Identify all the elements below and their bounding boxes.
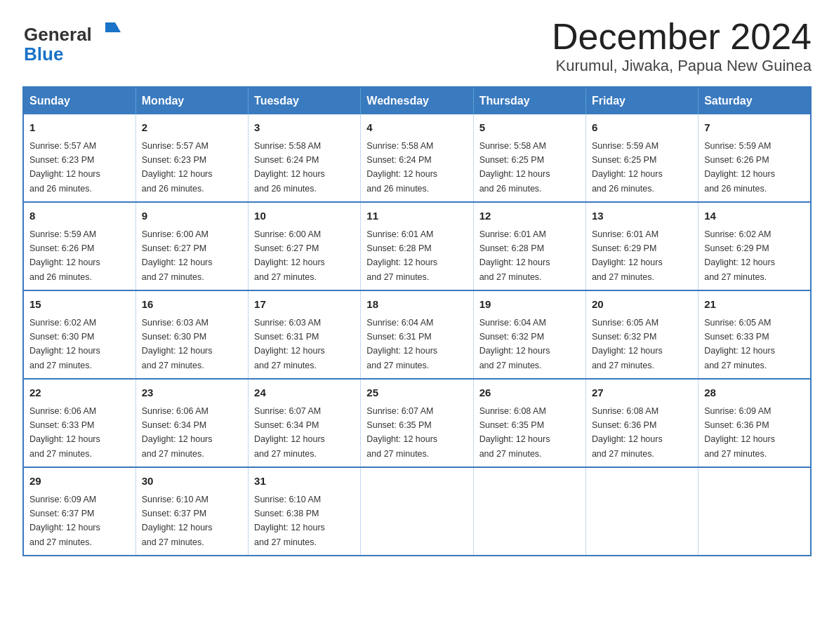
day-number: 24 <box>254 385 355 401</box>
col-friday: Friday <box>585 87 698 114</box>
col-saturday: Saturday <box>699 87 811 114</box>
logo-svg: General Blue <box>22 17 121 67</box>
day-info: Sunrise: 5:59 AMSunset: 6:26 PMDaylight:… <box>704 141 775 194</box>
calendar-week-row: 1Sunrise: 5:57 AMSunset: 6:23 PMDaylight… <box>23 114 811 202</box>
day-info: Sunrise: 6:10 AMSunset: 6:37 PMDaylight:… <box>142 495 213 547</box>
day-info: Sunrise: 6:09 AMSunset: 6:37 PMDaylight:… <box>29 495 100 547</box>
table-row: 15Sunrise: 6:02 AMSunset: 6:30 PMDayligh… <box>23 290 135 379</box>
day-info: Sunrise: 6:02 AMSunset: 6:30 PMDaylight:… <box>29 318 100 370</box>
calendar-table: Sunday Monday Tuesday Wednesday Thursday… <box>22 86 812 556</box>
day-number: 17 <box>254 297 355 313</box>
col-thursday: Thursday <box>473 87 585 114</box>
table-row: 29Sunrise: 6:09 AMSunset: 6:37 PMDayligh… <box>23 467 135 556</box>
day-number: 11 <box>366 208 467 224</box>
table-row: 2Sunrise: 5:57 AMSunset: 6:23 PMDaylight… <box>135 114 248 202</box>
day-info: Sunrise: 6:06 AMSunset: 6:33 PMDaylight:… <box>29 406 100 459</box>
day-info: Sunrise: 6:05 AMSunset: 6:32 PMDaylight:… <box>592 318 663 370</box>
day-number: 13 <box>592 208 692 224</box>
table-row: 4Sunrise: 5:58 AMSunset: 6:24 PMDaylight… <box>361 114 473 202</box>
svg-text:Blue: Blue <box>24 43 63 65</box>
table-row: 20Sunrise: 6:05 AMSunset: 6:32 PMDayligh… <box>585 290 698 379</box>
day-info: Sunrise: 6:09 AMSunset: 6:36 PMDaylight:… <box>704 406 775 459</box>
day-info: Sunrise: 6:03 AMSunset: 6:30 PMDaylight:… <box>142 318 213 370</box>
table-row: 9Sunrise: 6:00 AMSunset: 6:27 PMDaylight… <box>135 202 248 290</box>
day-number: 14 <box>704 208 805 224</box>
table-row: 21Sunrise: 6:05 AMSunset: 6:33 PMDayligh… <box>699 290 811 379</box>
logo: General Blue <box>22 17 121 67</box>
day-number: 28 <box>704 385 805 401</box>
table-row: 7Sunrise: 5:59 AMSunset: 6:26 PMDaylight… <box>699 114 811 202</box>
day-info: Sunrise: 6:08 AMSunset: 6:36 PMDaylight:… <box>592 406 663 459</box>
table-row: 17Sunrise: 6:03 AMSunset: 6:31 PMDayligh… <box>249 290 361 379</box>
col-sunday: Sunday <box>23 87 135 114</box>
day-info: Sunrise: 6:07 AMSunset: 6:34 PMDaylight:… <box>254 406 325 459</box>
table-row: 10Sunrise: 6:00 AMSunset: 6:27 PMDayligh… <box>249 202 361 290</box>
col-wednesday: Wednesday <box>361 87 473 114</box>
day-number: 3 <box>254 120 355 136</box>
day-number: 30 <box>142 474 242 490</box>
table-row: 26Sunrise: 6:08 AMSunset: 6:35 PMDayligh… <box>473 379 585 467</box>
table-row: 18Sunrise: 6:04 AMSunset: 6:31 PMDayligh… <box>361 290 473 379</box>
day-number: 29 <box>29 474 130 490</box>
day-info: Sunrise: 5:57 AMSunset: 6:23 PMDaylight:… <box>29 141 100 194</box>
col-monday: Monday <box>135 87 248 114</box>
day-info: Sunrise: 6:00 AMSunset: 6:27 PMDaylight:… <box>254 229 325 282</box>
day-number: 2 <box>142 120 242 136</box>
day-number: 31 <box>254 474 355 490</box>
day-info: Sunrise: 6:07 AMSunset: 6:35 PMDaylight:… <box>366 406 437 459</box>
table-row: 13Sunrise: 6:01 AMSunset: 6:29 PMDayligh… <box>585 202 698 290</box>
table-row <box>473 467 585 556</box>
table-row: 8Sunrise: 5:59 AMSunset: 6:26 PMDaylight… <box>23 202 135 290</box>
day-number: 15 <box>29 297 130 313</box>
day-info: Sunrise: 6:02 AMSunset: 6:29 PMDaylight:… <box>704 229 775 282</box>
day-number: 4 <box>366 120 467 136</box>
day-number: 7 <box>704 120 805 136</box>
title-block: December 2024 Kurumul, Jiwaka, Papua New… <box>552 17 812 75</box>
day-info: Sunrise: 5:58 AMSunset: 6:24 PMDaylight:… <box>366 141 437 194</box>
table-row: 14Sunrise: 6:02 AMSunset: 6:29 PMDayligh… <box>699 202 811 290</box>
day-number: 12 <box>479 208 580 224</box>
table-row <box>699 467 811 556</box>
day-number: 16 <box>142 297 242 313</box>
svg-text:General: General <box>24 24 92 45</box>
calendar-week-row: 8Sunrise: 5:59 AMSunset: 6:26 PMDaylight… <box>23 202 811 290</box>
day-number: 5 <box>479 120 580 136</box>
day-number: 23 <box>142 385 242 401</box>
calendar-title: December 2024 <box>552 17 812 57</box>
table-row: 16Sunrise: 6:03 AMSunset: 6:30 PMDayligh… <box>135 290 248 379</box>
table-row: 31Sunrise: 6:10 AMSunset: 6:38 PMDayligh… <box>249 467 361 556</box>
day-info: Sunrise: 6:00 AMSunset: 6:27 PMDaylight:… <box>142 229 213 282</box>
day-info: Sunrise: 6:01 AMSunset: 6:28 PMDaylight:… <box>479 229 550 282</box>
day-info: Sunrise: 5:59 AMSunset: 6:25 PMDaylight:… <box>592 141 663 194</box>
day-info: Sunrise: 6:05 AMSunset: 6:33 PMDaylight:… <box>704 318 775 370</box>
day-info: Sunrise: 6:04 AMSunset: 6:31 PMDaylight:… <box>366 318 437 370</box>
day-number: 10 <box>254 208 355 224</box>
table-row: 28Sunrise: 6:09 AMSunset: 6:36 PMDayligh… <box>699 379 811 467</box>
day-number: 1 <box>29 120 130 136</box>
day-number: 25 <box>366 385 467 401</box>
table-row: 24Sunrise: 6:07 AMSunset: 6:34 PMDayligh… <box>249 379 361 467</box>
day-number: 18 <box>366 297 467 313</box>
calendar-week-row: 22Sunrise: 6:06 AMSunset: 6:33 PMDayligh… <box>23 379 811 467</box>
day-info: Sunrise: 6:01 AMSunset: 6:29 PMDaylight:… <box>592 229 663 282</box>
page-header: General Blue December 2024 Kurumul, Jiwa… <box>22 17 812 75</box>
day-info: Sunrise: 6:10 AMSunset: 6:38 PMDaylight:… <box>254 495 325 547</box>
table-row: 30Sunrise: 6:10 AMSunset: 6:37 PMDayligh… <box>135 467 248 556</box>
day-number: 27 <box>592 385 692 401</box>
table-row: 25Sunrise: 6:07 AMSunset: 6:35 PMDayligh… <box>361 379 473 467</box>
day-number: 9 <box>142 208 242 224</box>
day-number: 20 <box>592 297 692 313</box>
table-row: 12Sunrise: 6:01 AMSunset: 6:28 PMDayligh… <box>473 202 585 290</box>
calendar-subtitle: Kurumul, Jiwaka, Papua New Guinea <box>552 57 812 75</box>
day-info: Sunrise: 5:59 AMSunset: 6:26 PMDaylight:… <box>29 229 100 282</box>
day-info: Sunrise: 5:58 AMSunset: 6:24 PMDaylight:… <box>254 141 325 194</box>
day-info: Sunrise: 6:04 AMSunset: 6:32 PMDaylight:… <box>479 318 550 370</box>
table-row: 3Sunrise: 5:58 AMSunset: 6:24 PMDaylight… <box>249 114 361 202</box>
day-info: Sunrise: 6:03 AMSunset: 6:31 PMDaylight:… <box>254 318 325 370</box>
day-number: 21 <box>704 297 805 313</box>
table-row: 11Sunrise: 6:01 AMSunset: 6:28 PMDayligh… <box>361 202 473 290</box>
day-info: Sunrise: 6:08 AMSunset: 6:35 PMDaylight:… <box>479 406 550 459</box>
table-row: 6Sunrise: 5:59 AMSunset: 6:25 PMDaylight… <box>585 114 698 202</box>
day-number: 6 <box>592 120 692 136</box>
table-row: 27Sunrise: 6:08 AMSunset: 6:36 PMDayligh… <box>585 379 698 467</box>
